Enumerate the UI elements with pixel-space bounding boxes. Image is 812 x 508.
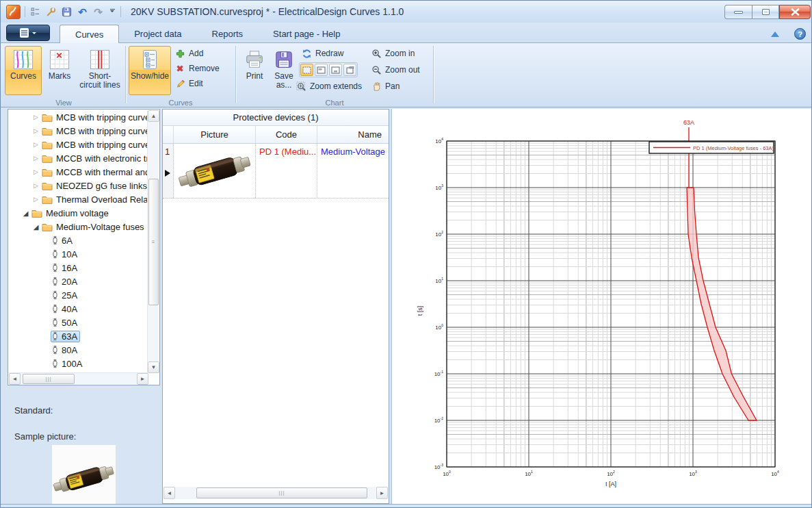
tree-item-medium-voltage-fuses[interactable]: ◢Medium-Voltage fuses	[9, 220, 148, 233]
qat-customize-dropdown[interactable]	[108, 9, 116, 14]
row-header-column	[163, 126, 174, 143]
pan-button[interactable]: Pan	[369, 79, 402, 94]
tree-item-label: 6A	[62, 236, 73, 246]
zoom-window-2-button[interactable]	[315, 64, 328, 76]
zoom-window-button[interactable]	[300, 64, 313, 76]
tree-item-63a[interactable]: 63A	[9, 329, 148, 343]
tree-horizontal-scrollbar[interactable]: ◄ ||| ►	[9, 372, 148, 384]
expand-arrow-icon[interactable]: ▷	[31, 196, 40, 203]
folder-icon	[42, 113, 53, 122]
device-picture	[176, 147, 253, 195]
tab-project-data[interactable]: Project data	[119, 25, 196, 43]
tree-item-10a[interactable]: 10A	[9, 247, 148, 261]
expand-arrow-icon[interactable]: ▷	[31, 127, 40, 134]
tab-start-page-help[interactable]: Start page - Help	[258, 25, 355, 43]
tree-item-20a[interactable]: 20A	[9, 275, 148, 288]
tab-curves[interactable]: Curves	[60, 25, 119, 43]
svg-text:103: 103	[689, 470, 697, 477]
tree-item-mccb-with-electronic-tri[interactable]: ▷MCCB with electronic tri	[9, 151, 148, 165]
tree-item-80a[interactable]: 80A	[9, 343, 148, 357]
tree-item-40a[interactable]: 40A	[9, 302, 148, 316]
short-circuit-lines-button[interactable]: Short- circuit lines	[77, 46, 122, 95]
expand-arrow-icon[interactable]: ▷	[31, 141, 40, 148]
tree-item-label: 25A	[62, 290, 77, 301]
svg-text:10-3: 10-3	[434, 463, 444, 470]
curves-view-button[interactable]: Curves	[5, 46, 42, 95]
print-button[interactable]: Print	[240, 46, 269, 95]
scroll-left-button[interactable]: ◄	[163, 487, 175, 499]
scroll-right-button[interactable]: ►	[137, 373, 148, 385]
app-logo-icon[interactable]	[6, 5, 21, 19]
expand-arrow-icon[interactable]: ▷	[31, 182, 40, 189]
folder-icon	[42, 181, 53, 190]
svg-text:101: 101	[435, 277, 443, 284]
tree-item-mcb-with-tripping-curve[interactable]: ▷MCB with tripping curve	[9, 138, 148, 151]
project-settings-icon[interactable]	[29, 6, 41, 18]
expand-arrow-icon[interactable]: ▷	[31, 168, 40, 175]
collapse-arrow-icon[interactable]: ◢	[31, 223, 40, 231]
fuse-icon	[52, 236, 58, 245]
tree-item-medium-voltage[interactable]: ◢Medium voltage	[9, 206, 148, 220]
tree-item-mccb-with-thermal-and[interactable]: ▷MCCB with thermal and	[9, 165, 148, 179]
table-row[interactable]: 1 PD 1 (Mediu... Medium-Voltage	[163, 144, 389, 199]
zoom-out-button[interactable]: Zoom out	[369, 62, 423, 77]
fuse-icon	[52, 290, 58, 300]
tree-item-6a[interactable]: 6A	[9, 233, 148, 247]
table-horizontal-scrollbar[interactable]: ◄ ||| ►	[163, 487, 388, 499]
zoom-in-button[interactable]: Zoom in	[369, 46, 417, 61]
tree-item-100a[interactable]: 100A	[9, 357, 148, 370]
tree-item-50a[interactable]: 50A	[9, 316, 148, 329]
scrollbar-thumb[interactable]: ≡	[148, 179, 159, 305]
tree-item-16a[interactable]: 16A	[9, 261, 148, 275]
tree-item-thermal-overload-relay[interactable]: ▷Thermal Overload Relay	[9, 192, 148, 206]
zoom-window-4-button[interactable]	[343, 64, 356, 76]
tree-item-mcb-with-tripping-curve[interactable]: ▷MCB with tripping curve	[9, 124, 148, 138]
code-cell: PD 1 (Mediu...	[256, 144, 317, 198]
collapse-arrow-icon[interactable]: ◢	[21, 209, 30, 217]
collapse-ribbon-button[interactable]	[771, 27, 779, 37]
tree-item-label: 20A	[62, 277, 77, 287]
current-row-indicator-icon	[165, 170, 174, 177]
tools-icon[interactable]	[45, 6, 57, 18]
expand-arrow-icon[interactable]: ▷	[31, 155, 40, 162]
scrollbar-thumb[interactable]: |||	[23, 374, 75, 384]
scroll-down-button[interactable]: ▼	[148, 361, 159, 373]
redo-icon[interactable]: ↷	[92, 6, 104, 18]
svg-text:I [A]: I [A]	[605, 481, 616, 487]
time-current-curve-chart[interactable]: 63A10410310210110010-110-210-31001011021…	[392, 109, 812, 503]
column-header-picture[interactable]: Picture	[174, 126, 256, 143]
save-icon[interactable]	[61, 6, 73, 18]
add-button[interactable]: Add	[172, 46, 206, 61]
fuse-icon	[52, 331, 58, 341]
tree-item-neozed-gg-fuse-links[interactable]: ▷NEOZED gG fuse links	[9, 179, 148, 192]
device-tree-panel: ▷MCB with tripping curve▷MCB with trippi…	[8, 109, 160, 385]
column-header-name[interactable]: Name	[317, 126, 389, 143]
tab-reports[interactable]: Reports	[197, 25, 259, 43]
undo-icon[interactable]: ↶	[77, 6, 88, 18]
tree-vertical-scrollbar[interactable]: ▲ ≡ ▼	[147, 110, 159, 373]
table-header: Picture Code Name	[163, 126, 389, 144]
scroll-right-button[interactable]: ►	[376, 487, 388, 499]
scrollbar-thumb[interactable]: |||	[196, 487, 367, 498]
maximize-button[interactable]	[752, 5, 779, 19]
scroll-left-button[interactable]: ◄	[9, 373, 21, 385]
tree-item-25a[interactable]: 25A	[9, 288, 148, 302]
zoom-window-3-button[interactable]	[329, 64, 342, 76]
tree-item-label: 63A	[62, 331, 77, 342]
help-button[interactable]: ?	[794, 28, 806, 40]
application-menu-button[interactable]	[6, 25, 50, 41]
group-label-chart: Chart	[237, 99, 432, 107]
marks-button[interactable]: Marks	[43, 46, 76, 95]
scroll-up-button[interactable]: ▲	[148, 110, 159, 122]
redraw-button[interactable]: Redraw	[299, 46, 346, 61]
minimize-button[interactable]	[724, 5, 752, 19]
remove-button[interactable]: Remove	[172, 61, 222, 76]
edit-button[interactable]: Edit	[172, 76, 206, 91]
expand-arrow-icon[interactable]: ▷	[31, 114, 40, 120]
tree-item-mcb-with-tripping-curve[interactable]: ▷MCB with tripping curve	[9, 110, 148, 124]
svg-text:104: 104	[435, 137, 443, 144]
zoom-extends-button[interactable]: Zoom extends	[293, 79, 365, 94]
show-hide-button[interactable]: Show/hide	[129, 46, 171, 95]
column-header-code[interactable]: Code	[256, 126, 317, 143]
close-button[interactable]	[779, 5, 811, 19]
